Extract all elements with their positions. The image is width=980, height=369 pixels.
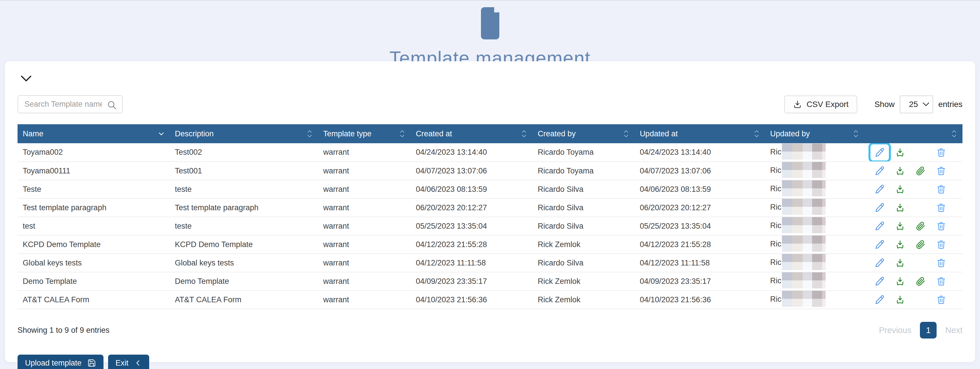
download-button[interactable] [895,258,905,268]
edit-button[interactable] [875,258,885,268]
cell-description: Test001 [170,161,318,180]
updated-by-visible-text: Ric [770,240,781,248]
redacted-text [782,236,826,252]
search-field-wrap [18,95,123,113]
action-slot-delete [931,254,951,271]
cell-name: Test template paragraph [18,198,170,217]
column-label: Updated at [640,129,678,138]
edit-pencil-icon [875,166,885,176]
cell-updated-by: Ric [765,254,864,272]
download-button[interactable] [895,166,905,176]
templates-table: NameDescriptionTemplate typeCreated atCr… [18,124,963,309]
download-button[interactable] [895,294,905,305]
redacted-text [782,199,826,215]
edit-pencil-icon [875,203,885,213]
attachment-button[interactable] [916,221,926,231]
cell-created-at: 04/09/2023 23:35:17 [410,272,532,291]
cell-created-at: 04/07/2023 13:07:06 [410,161,532,180]
cell-created-by: Ricardo Silva [532,217,635,235]
edit-button[interactable] [875,276,885,286]
edit-button[interactable] [875,184,885,195]
column-header-updated-at[interactable]: Updated at [635,124,765,143]
column-header-created-by[interactable]: Created by [532,124,635,143]
sort-both-icon [950,129,958,139]
edit-button[interactable] [875,294,885,305]
redacted-text [782,162,826,178]
delete-button[interactable] [936,184,947,195]
action-slot-attachment [910,291,931,308]
download-icon [895,221,905,231]
cell-template-type: warrant [318,143,410,161]
edit-button[interactable] [875,221,885,231]
cell-created-by: Rick Zemlok [532,235,635,254]
edit-button[interactable] [875,203,885,213]
attachment-button[interactable] [916,166,926,176]
column-header-updated-by[interactable]: Updated by [765,124,864,143]
column-header-template-type[interactable]: Template type [318,124,410,143]
redacted-text [782,254,826,270]
edit-button[interactable] [875,166,885,176]
updated-by-visible-text: Ric [770,147,781,156]
attachment-button[interactable] [916,276,926,286]
download-icon [895,294,905,305]
upload-template-button[interactable]: Upload template [18,355,103,369]
sort-both-icon [520,129,528,139]
action-slot-download [890,163,910,179]
delete-button[interactable] [936,258,947,268]
pagination-next[interactable]: Next [945,326,963,335]
download-button[interactable] [895,239,905,250]
action-slot-delete [931,181,951,198]
delete-button[interactable] [936,147,947,158]
delete-button[interactable] [936,203,947,213]
delete-button[interactable] [936,294,947,305]
download-button[interactable] [895,276,905,286]
updated-by-visible-text: Ric [770,166,781,174]
cell-updated-at: 04/24/2023 13:14:40 [635,143,765,161]
exit-button[interactable]: Exit [108,355,149,369]
cell-created-at: 05/25/2023 13:35:04 [410,217,532,235]
cell-template-type: warrant [318,291,410,309]
trash-icon [936,147,947,158]
redacted-text [782,272,826,289]
delete-button[interactable] [936,221,947,231]
attachment-button[interactable] [916,239,926,250]
action-slot-download [890,181,910,198]
column-header-actions[interactable] [864,124,963,143]
action-slot-delete [931,199,951,216]
cell-updated-by: Ric [765,272,864,291]
cell-description: KCPD Demo Template [170,235,318,254]
download-button[interactable] [895,203,905,213]
table-toolbar: CSV Export Show 25 entries [18,95,963,113]
cell-updated-at: 04/12/2023 21:55:28 [635,235,765,254]
pagination: Previous 1 Next [879,322,963,339]
download-button[interactable] [895,184,905,195]
action-slot-edit [869,273,890,290]
delete-button[interactable] [936,239,947,250]
delete-button[interactable] [936,166,947,176]
column-header-description[interactable]: Description [170,124,318,143]
table-row: Global keys testsGlobal keys testswarran… [18,254,963,272]
redacted-text [782,217,826,233]
cell-description: Global keys tests [170,254,318,272]
action-slot-attachment [910,236,931,253]
csv-export-label: CSV Export [807,100,849,109]
updated-by-visible-text: Ric [770,221,781,230]
pagination-previous[interactable]: Previous [879,326,912,335]
column-label: Created at [416,129,452,138]
collapse-panel-toggle[interactable] [20,73,32,84]
pagination-page-1[interactable]: 1 [920,322,937,339]
download-button[interactable] [895,221,905,231]
table-row: KCPD Demo TemplateKCPD Demo Templatewarr… [18,235,963,254]
edit-button[interactable] [875,147,885,158]
delete-button[interactable] [936,276,947,286]
download-button[interactable] [895,147,905,158]
page-size-select[interactable]: 25 [900,96,933,113]
column-header-created-at[interactable]: Created at [410,124,532,143]
csv-export-button[interactable]: CSV Export [784,96,857,113]
edit-button[interactable] [875,239,885,250]
column-header-name[interactable]: Name [18,124,170,143]
cell-name: Demo Template [18,272,170,291]
cell-created-at: 04/12/2023 21:55:28 [410,235,532,254]
edit-pencil-icon [875,294,885,305]
cell-actions [864,291,963,309]
